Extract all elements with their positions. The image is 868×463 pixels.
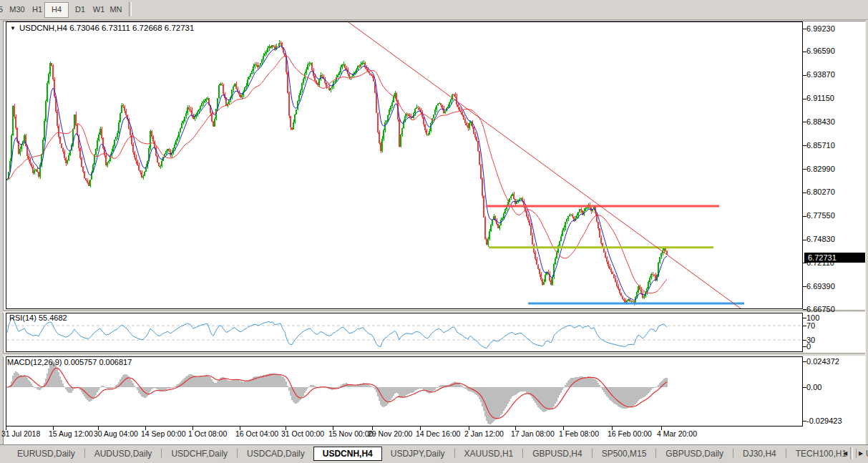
price-axis-label: 6.91150 <box>806 94 834 102</box>
chart-tab-usdjpy[interactable]: USDJPY,Daily <box>382 447 454 461</box>
timeframe-button-d1[interactable]: D1 <box>70 2 90 16</box>
price-axis-label: 6.93870 <box>806 70 835 79</box>
timeframe-button-m30[interactable]: M30 <box>7 2 27 16</box>
chart-tab-xauusd[interactable]: XAUUSD,H1 <box>456 447 522 461</box>
chart-tab-dj30[interactable]: DJ30,H4 <box>734 447 785 461</box>
tab-separator <box>454 449 455 458</box>
price-axis-label: 6.85710 <box>806 141 835 150</box>
price-axis-label: 6.82990 <box>806 165 835 173</box>
macd-plot[interactable] <box>6 356 803 427</box>
main-chart-plot[interactable] <box>6 21 803 309</box>
time-axis-label: 16 Feb 00:00 <box>608 429 652 438</box>
price-axis-label: 6.96590 <box>806 47 835 55</box>
tab-separator <box>786 449 786 458</box>
price-axis-label: 6.69390 <box>806 282 835 291</box>
chart-tab-sp500[interactable]: SP500,M15 <box>593 447 655 461</box>
rsi-label: RSI(14) 55.4682 <box>9 313 67 322</box>
timeframe-button-h4[interactable]: H4 <box>44 2 69 18</box>
price-axis-label: 6.99230 <box>806 24 835 33</box>
price-axis-label: 6.80270 <box>806 187 835 196</box>
chart-tab-bar: EURUSD,DailyAUDUSD,DailyUSDCHF,DailyUSDC… <box>0 444 868 462</box>
time-axis-label: 14 Dec 16:00 <box>416 429 460 438</box>
price-axis-label: 6.88430 <box>806 117 835 126</box>
macd-axis-label: -0.029423 <box>806 416 842 425</box>
tab-separator <box>237 449 238 458</box>
time-axis-label: 4 Mar 20:00 <box>657 429 697 438</box>
timeframe-toolbar: 5M30H1H4D1W1MN <box>0 0 868 20</box>
chart-tab-usdchf[interactable]: USDCHF,Daily <box>162 447 236 461</box>
time-axis-label: 1 Feb 08:00 <box>559 429 599 438</box>
chart-title: ▼USDCNH,H4 6.73046 6.73111 6.72668 6.727… <box>10 24 194 32</box>
time-axis-label: 17 Jan 08:00 <box>511 429 555 438</box>
time-axis-label: 31 Jul 2018 <box>1 429 40 438</box>
price-axis[interactable] <box>804 21 865 427</box>
macd-label: MACD(12,26,9) 0.005757 0.006817 <box>7 358 132 366</box>
price-axis-label: 6.77550 <box>806 211 835 220</box>
tab-separator <box>161 449 162 458</box>
tab-scroll-left-icon[interactable]: ◀ <box>839 447 851 460</box>
chart-tab-eurusd[interactable]: EURUSD,Daily <box>9 447 84 461</box>
chart-tab-audusd[interactable]: AUDUSD,Daily <box>86 447 161 461</box>
timeframe-button-mn[interactable]: MN <box>106 2 126 16</box>
time-axis-label: 16 Oct 04:00 <box>235 429 278 438</box>
time-axis-label: 1 Oct 08:00 <box>188 429 227 438</box>
time-axis-label: 15 Nov 00:00 <box>328 429 373 438</box>
rsi-axis-label: 0 <box>806 342 811 351</box>
time-axis-label: 2 Jan 12:00 <box>464 429 504 438</box>
chart-tab-usdcad[interactable]: USDCAD,Daily <box>238 447 313 461</box>
time-axis-label: 31 Oct 00:00 <box>281 429 324 438</box>
tab-scroll-divider <box>850 447 853 459</box>
price-axis-label: 6.74830 <box>806 235 835 243</box>
chart-tab-gbpusd[interactable]: GBPUSD,H4 <box>524 447 590 461</box>
rsi-plot[interactable] <box>6 313 803 352</box>
time-axis-label: 15 Aug 12:00 <box>49 429 93 438</box>
chart-tab-usdcnh[interactable]: USDCNH,H4 <box>313 447 382 461</box>
price-axis-label: 6.66750 <box>806 305 835 313</box>
tab-separator <box>84 449 85 458</box>
tab-separator <box>733 449 733 458</box>
chart-title-text: USDCNH,H4 6.73046 6.73111 6.72668 6.7273… <box>19 24 194 32</box>
tab-separator <box>655 449 656 458</box>
chart-tab-gbpusd[interactable]: GBPUSD,Daily <box>657 447 732 461</box>
time-axis-label: 29 Nov 20:00 <box>368 429 412 438</box>
macd-axis-label: 0.024372 <box>806 357 839 366</box>
macd-axis-label: 0.00 <box>806 383 821 391</box>
tab-separator <box>592 449 593 458</box>
timeframe-button-5[interactable]: 5 <box>0 2 7 16</box>
tab-scroll-right-icon[interactable]: ▶ <box>855 447 867 460</box>
current-price-badge: 6.72731 <box>804 253 865 263</box>
time-axis-label: 30 Aug 04:00 <box>94 429 138 438</box>
timeframe-button-h1[interactable]: H1 <box>29 2 46 16</box>
tab-separator <box>522 449 523 458</box>
time-axis-label: 14 Sep 00:00 <box>141 429 185 438</box>
rsi-axis-label: 70 <box>806 321 815 330</box>
toolbar-separator <box>129 2 132 16</box>
symbol-dropdown-icon[interactable]: ▼ <box>10 25 16 31</box>
